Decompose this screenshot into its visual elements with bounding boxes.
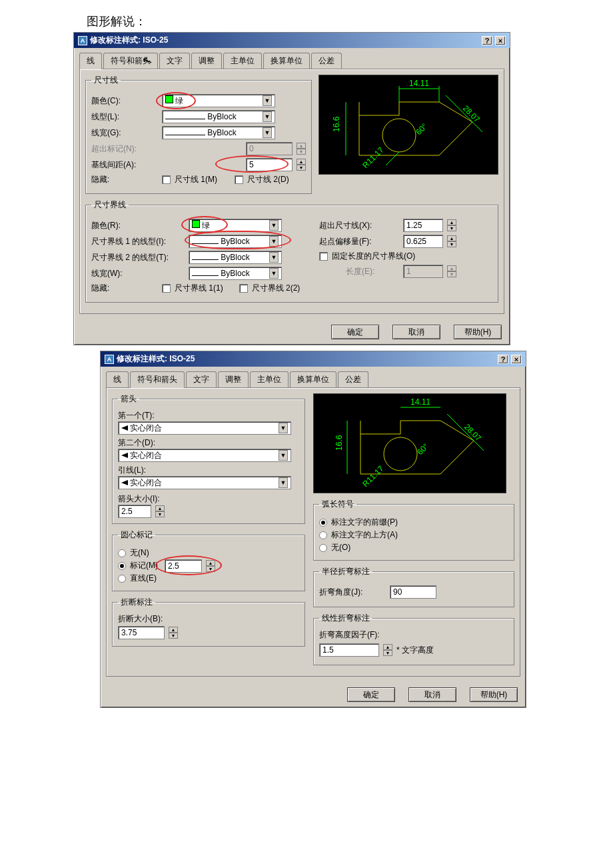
group-legend: 弧长符号 bbox=[319, 499, 356, 510]
tab-lines[interactable]: 线 bbox=[79, 53, 102, 69]
help-icon[interactable]: ? bbox=[482, 36, 492, 45]
ok-button[interactable]: 确定 bbox=[347, 687, 395, 702]
help-button[interactable]: 帮助(H) bbox=[470, 687, 518, 702]
hide-extline2-label: 尺寸界线 2(2) bbox=[252, 283, 301, 294]
chevron-down-icon[interactable]: ▼ bbox=[269, 268, 279, 279]
ext2-linetype-value: ByBlock bbox=[221, 253, 249, 262]
chevron-down-icon[interactable]: ▼ bbox=[279, 477, 288, 488]
centermark-line-radio[interactable] bbox=[118, 575, 126, 583]
chevron-down-icon[interactable]: ▼ bbox=[279, 450, 288, 461]
dialog-title: 修改标注样式: ISO-25 bbox=[90, 35, 168, 46]
chevron-down-icon[interactable]: ▼ bbox=[263, 95, 272, 106]
spinner[interactable]: ▲▼ bbox=[169, 627, 178, 639]
svg-text:R11.17: R11.17 bbox=[360, 145, 385, 170]
linetype-value: ByBlock bbox=[207, 112, 236, 121]
help-icon[interactable]: ? bbox=[498, 355, 508, 364]
dimstyle-preview: 14.11 16.6 28.07 60° R11.17 bbox=[318, 75, 498, 175]
dialog-title: 修改标注样式: ISO-25 bbox=[117, 353, 195, 365]
hide-extline2-checkbox[interactable] bbox=[239, 284, 248, 293]
arcsym-above-radio[interactable] bbox=[319, 531, 327, 539]
chevron-down-icon[interactable]: ▼ bbox=[269, 252, 279, 263]
tab-alternate[interactable]: 换算单位 bbox=[290, 371, 336, 388]
tab-fit[interactable]: 调整 bbox=[218, 371, 249, 388]
centermark-size-input[interactable]: 2.5 bbox=[165, 559, 202, 573]
jog-angle-label: 折弯角度(J): bbox=[319, 587, 386, 598]
jog-height-factor-input[interactable]: 1.5 bbox=[319, 643, 379, 657]
beyond-dimline-input[interactable]: 1.25 bbox=[403, 219, 443, 232]
centermark-mark-radio[interactable] bbox=[118, 562, 126, 570]
color-combo[interactable]: 绿 ▼ bbox=[162, 94, 275, 107]
close-icon[interactable]: × bbox=[511, 355, 522, 364]
spinner[interactable]: ▲▼ bbox=[383, 644, 392, 656]
group-arrowheads: 箭头 第一个(T): 实心闭合 ▼ 第二个(D): 实心闭合 ▼ 引线(L): … bbox=[112, 393, 305, 524]
tab-primary[interactable]: 主单位 bbox=[223, 53, 262, 69]
spinner: ▲▼ bbox=[447, 265, 456, 277]
color-label: 颜色(C): bbox=[91, 95, 158, 107]
spinner[interactable]: ▲▼ bbox=[155, 505, 165, 517]
centermark-none-radio[interactable] bbox=[118, 549, 126, 557]
line-glyph-icon bbox=[192, 275, 219, 276]
arcsym-before-radio[interactable] bbox=[319, 519, 327, 527]
group-legend: 半径折弯标注 bbox=[319, 566, 372, 577]
dimstyle-dialog-arrows: A 修改标注样式: ISO-25 ? × 线 符号和箭头 文字 调整 主单位 换… bbox=[100, 351, 526, 708]
first-arrow-combo[interactable]: 实心闭合 ▼ bbox=[118, 421, 291, 435]
arcsym-none-radio[interactable] bbox=[319, 544, 327, 552]
spinner[interactable]: ▲▼ bbox=[297, 159, 306, 171]
chevron-down-icon[interactable]: ▼ bbox=[269, 236, 279, 247]
tab-text[interactable]: 文字 bbox=[159, 53, 190, 69]
centermark-none-label: 无(N) bbox=[130, 547, 149, 559]
tab-fit[interactable]: 调整 bbox=[191, 53, 222, 69]
ext2-linetype-combo[interactable]: ByBlock ▼ bbox=[189, 251, 282, 264]
cancel-button[interactable]: 取消 bbox=[408, 687, 456, 702]
tab-primary[interactable]: 主单位 bbox=[250, 371, 289, 388]
ok-button[interactable]: 确定 bbox=[331, 325, 379, 339]
spinner[interactable]: ▲▼ bbox=[447, 235, 456, 247]
ext-color-combo[interactable]: 绿 ▼ bbox=[189, 219, 282, 232]
baseline-spacing-input[interactable]: 5 bbox=[246, 158, 293, 171]
app-icon: A bbox=[105, 355, 114, 364]
group-legend: 尺寸线 bbox=[91, 75, 121, 86]
ext1-linetype-value: ByBlock bbox=[221, 237, 249, 246]
hide-dimline2-checkbox[interactable] bbox=[235, 175, 243, 184]
fixed-length-checkbox[interactable] bbox=[319, 252, 328, 261]
close-icon[interactable]: × bbox=[495, 36, 506, 45]
chevron-down-icon[interactable]: ▼ bbox=[279, 423, 288, 433]
second-arrow-combo[interactable]: 实心闭合 ▼ bbox=[118, 449, 291, 462]
help-button[interactable]: 帮助(H) bbox=[454, 325, 502, 339]
tab-alternate[interactable]: 换算单位 bbox=[263, 53, 310, 69]
spinner[interactable]: ▲▼ bbox=[206, 560, 215, 572]
break-size-input[interactable]: 3.75 bbox=[118, 626, 165, 639]
hide-dimline2-label: 尺寸线 2(D) bbox=[247, 174, 289, 185]
jog-angle-input[interactable]: 90 bbox=[390, 585, 436, 599]
offset-origin-input[interactable]: 0.625 bbox=[403, 235, 443, 248]
linetype-label: 线型(L): bbox=[91, 111, 158, 123]
beyond-dimline-label: 超出尺寸线(X): bbox=[319, 220, 399, 231]
second-arrow-label: 第二个(D): bbox=[118, 437, 299, 449]
lineweight-combo[interactable]: ByBlock ▼ bbox=[162, 126, 275, 139]
svg-text:16.6: 16.6 bbox=[334, 435, 344, 451]
leader-arrow-combo[interactable]: 实心闭合 ▼ bbox=[118, 476, 291, 489]
cancel-button[interactable]: 取消 bbox=[392, 325, 440, 339]
tab-arrows[interactable]: 符号和箭头 bbox=[130, 371, 185, 388]
ext-lineweight-combo[interactable]: ByBlock ▼ bbox=[189, 267, 282, 280]
chevron-down-icon[interactable]: ▼ bbox=[263, 111, 272, 122]
tab-lines[interactable]: 线 bbox=[106, 371, 129, 388]
hide-dimline1-checkbox[interactable] bbox=[162, 175, 171, 184]
linetype-combo[interactable]: ByBlock ▼ bbox=[162, 110, 275, 123]
tab-tolerance[interactable]: 公差 bbox=[311, 53, 342, 69]
spinner[interactable]: ▲▼ bbox=[447, 219, 456, 231]
arrow-size-input[interactable]: 2.5 bbox=[118, 505, 151, 518]
tab-text[interactable]: 文字 bbox=[186, 371, 217, 388]
group-arc-length-symbol: 弧长符号 标注文字的前缀(P) 标注文字的上方(A) 无(O) bbox=[313, 499, 514, 561]
ext1-linetype-combo[interactable]: ByBlock ▼ bbox=[189, 235, 282, 248]
tab-tolerance[interactable]: 公差 bbox=[338, 371, 368, 388]
dimstyle-dialog-lines: A 修改标注样式: ISO-25 ? × 线 符号和箭头 文字 调整 主单位 换… bbox=[73, 32, 510, 345]
group-legend: 折断标注 bbox=[118, 597, 155, 608]
offset-origin-label: 起点偏移量(F): bbox=[319, 236, 399, 247]
arrow-glyph-icon bbox=[121, 425, 128, 431]
button-bar: 确定 取消 帮助(H) bbox=[74, 319, 510, 345]
chevron-down-icon[interactable]: ▼ bbox=[269, 220, 279, 231]
hide-extline1-checkbox[interactable] bbox=[162, 284, 171, 293]
chevron-down-icon[interactable]: ▼ bbox=[263, 127, 272, 138]
svg-text:14.11: 14.11 bbox=[410, 397, 430, 407]
